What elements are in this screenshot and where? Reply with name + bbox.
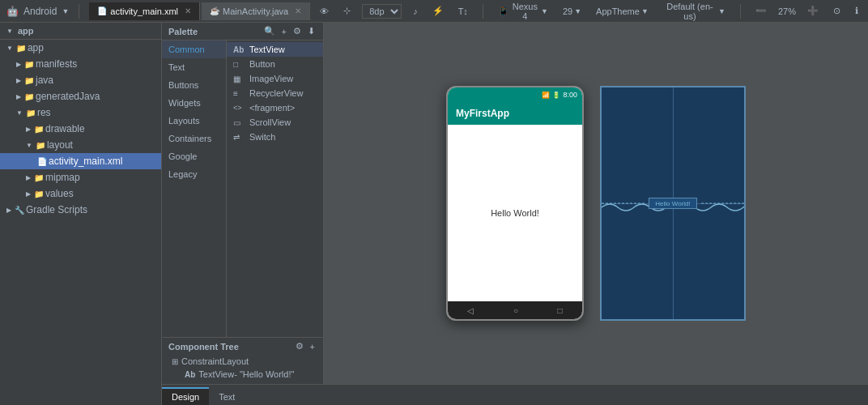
palette-cat-google[interactable]: Google	[162, 147, 226, 165]
tab-close-icon[interactable]: ✕	[185, 6, 191, 15]
phone-app-bar: MyFirstApp	[448, 102, 582, 125]
component-textview-label: TextView- "Hello World!"	[198, 369, 294, 379]
palette-cat-legacy[interactable]: Legacy	[162, 165, 226, 183]
palette-cat-containers[interactable]: Containers	[162, 130, 226, 147]
phone-status-bar: 📶 🔋 8:00	[448, 87, 582, 102]
component-tree-title: Component Tree	[168, 342, 239, 352]
palette-item-fragment[interactable]: <> <fragment>	[227, 100, 323, 115]
component-tree-gear[interactable]: ⚙	[294, 341, 305, 352]
palette-title: Palette	[168, 27, 198, 36]
zoom-out-button[interactable]: ➖	[752, 4, 770, 18]
palette-item-label5: <fragment>	[249, 103, 295, 113]
blueprint-hello-text: Hello World!	[655, 200, 690, 207]
palette-cat-text[interactable]: Text	[162, 58, 226, 76]
phone-mockup: 📶 🔋 8:00 MyFirstApp Hello World! ◁ ○ □	[446, 86, 584, 321]
palette-cat-buttons[interactable]: Buttons	[162, 76, 226, 94]
palette-item-label3: ImageView	[249, 74, 293, 83]
wifi-icon: 📶	[542, 92, 550, 99]
palette-item-button[interactable]: □ Button	[227, 57, 323, 71]
palette-item-textview[interactable]: Ab TextView	[227, 42, 323, 57]
tree-item-app[interactable]: ▼ 📁 app	[0, 40, 161, 56]
palette-item-label4: RecyclerView	[249, 88, 303, 98]
device-select[interactable]: 📱 Nexus 4 ▼	[495, 0, 551, 23]
textview-icon: Ab	[233, 45, 246, 54]
tab-activity-main[interactable]: 📄 activity_main.xml ✕	[89, 2, 200, 20]
chevron2-icon: ▼	[574, 7, 581, 15]
api-label: 29	[563, 6, 572, 16]
tree-item-java[interactable]: ▶ 📁 java	[0, 72, 161, 88]
component-item-textview[interactable]: Ab TextView- "Hello World!"	[168, 368, 317, 381]
phone-content: Hello World!	[448, 125, 582, 301]
cursor-button[interactable]: ⊹	[340, 4, 354, 18]
tree-drawable-label: drawable	[45, 123, 85, 134]
tree-item-layout[interactable]: ▼ 📁 layout	[0, 137, 161, 153]
tree-item-generated[interactable]: ▶ 📁 generatedJava	[0, 88, 161, 104]
tab-activity-label: activity_main.xml	[110, 6, 178, 16]
tree-item-activity-main[interactable]: 📄 activity_main.xml	[0, 153, 161, 169]
palette-settings-btn[interactable]: ⚙	[291, 26, 303, 36]
palette-categories: Common Text Buttons Widgets Layouts Cont…	[162, 40, 323, 337]
folder-icon: 📁	[15, 41, 28, 54]
palette-cat-layouts[interactable]: Layouts	[162, 112, 226, 130]
tree-item-res[interactable]: ▼ 📁 res	[0, 104, 161, 121]
chevron-icon: ▼	[541, 7, 548, 15]
expand-icon9: ▶	[26, 190, 31, 198]
locale-select[interactable]: Default (en-us) ▼	[660, 0, 729, 23]
android-label: Android	[23, 6, 57, 17]
fit-button[interactable]: ⊙	[830, 4, 844, 18]
palette-item-scrollview[interactable]: ▭ ScrollView	[227, 115, 323, 130]
palette-cat-common[interactable]: Common	[162, 40, 226, 58]
tab-text[interactable]: Text	[209, 387, 245, 405]
palette-actions: 🔍 + ⚙ ⬇	[262, 26, 317, 36]
android-selector[interactable]: 🤖 Android ▼	[6, 6, 69, 17]
tree-gradle-label: Gradle Scripts	[26, 204, 87, 215]
palette-add-btn[interactable]: +	[280, 26, 288, 36]
fragment-icon: <>	[233, 104, 246, 112]
folder-icon8: 📁	[32, 171, 45, 184]
palette-header: Palette 🔍 + ⚙ ⬇	[162, 23, 323, 40]
switch-icon: ⇌	[233, 133, 246, 142]
tree-item-manifests[interactable]: ▶ 📁 manifests	[0, 56, 161, 72]
tree-item-mipmap[interactable]: ▶ 📁 mipmap	[0, 169, 161, 185]
locale-label: Default (en-us)	[663, 2, 717, 21]
tab-main-activity[interactable]: ☕ MainActivity.java ✕	[202, 2, 310, 20]
expand-icon6: ▶	[26, 126, 31, 133]
info-button[interactable]: ℹ	[852, 4, 862, 18]
eye-button[interactable]: 👁	[317, 5, 332, 18]
palette-item-imageview[interactable]: ▦ ImageView	[227, 71, 323, 86]
flash-button[interactable]: ⚡	[429, 4, 447, 18]
home-icon: ○	[513, 306, 518, 315]
tab-design[interactable]: Design	[162, 387, 209, 405]
folder-icon7: 📁	[34, 139, 47, 151]
dp-select[interactable]: 8dp	[362, 4, 402, 19]
tree-item-drawable[interactable]: ▶ 📁 drawable	[0, 121, 161, 137]
component-item-constraint[interactable]: ⊞ ConstraintLayout	[168, 355, 317, 368]
tree-layout-label: layout	[47, 139, 73, 151]
expand-icon4: ▶	[16, 93, 21, 100]
recyclerview-icon: ≡	[233, 89, 246, 98]
text-button[interactable]: T↕	[455, 5, 471, 18]
api-select[interactable]: 29 ▼	[560, 5, 585, 18]
sep3	[740, 4, 741, 19]
component-tree-add[interactable]: +	[308, 341, 317, 352]
folder-icon4: 📁	[23, 90, 36, 103]
palette-item-switch[interactable]: ⇌ Switch	[227, 130, 323, 144]
project-tree: ▼ app ▼ 📁 app ▶ 📁 manifests ▶ 📁 java ▶ 📁…	[0, 23, 162, 405]
recents-icon: □	[558, 306, 563, 315]
theme-select[interactable]: AppTheme ▼	[593, 5, 652, 18]
palette-cat-widgets[interactable]: Widgets	[162, 94, 226, 112]
tree-item-gradle[interactable]: ▶ 🔧 Gradle Scripts	[0, 202, 161, 218]
music-button[interactable]: ♪	[410, 5, 421, 18]
zoom-in-button[interactable]: ➕	[804, 4, 822, 18]
constraint-icon: ⊞	[172, 357, 178, 366]
folder-icon2: 📁	[23, 58, 36, 70]
component-tree-header: Component Tree ⚙ +	[168, 341, 317, 352]
tree-item-values[interactable]: ▶ 📁 values	[0, 185, 161, 202]
tab-close-icon2[interactable]: ✕	[295, 6, 301, 15]
phone-app-title: MyFirstApp	[456, 108, 509, 119]
palette-download-btn[interactable]: ⬇	[306, 26, 317, 36]
palette-category-list: Common Text Buttons Widgets Layouts Cont…	[162, 40, 227, 337]
editor-canvas[interactable]: 📶 🔋 8:00 MyFirstApp Hello World! ◁ ○ □	[324, 23, 868, 384]
palette-item-recyclerview[interactable]: ≡ RecyclerView	[227, 86, 323, 100]
palette-search-btn[interactable]: 🔍	[262, 26, 277, 36]
